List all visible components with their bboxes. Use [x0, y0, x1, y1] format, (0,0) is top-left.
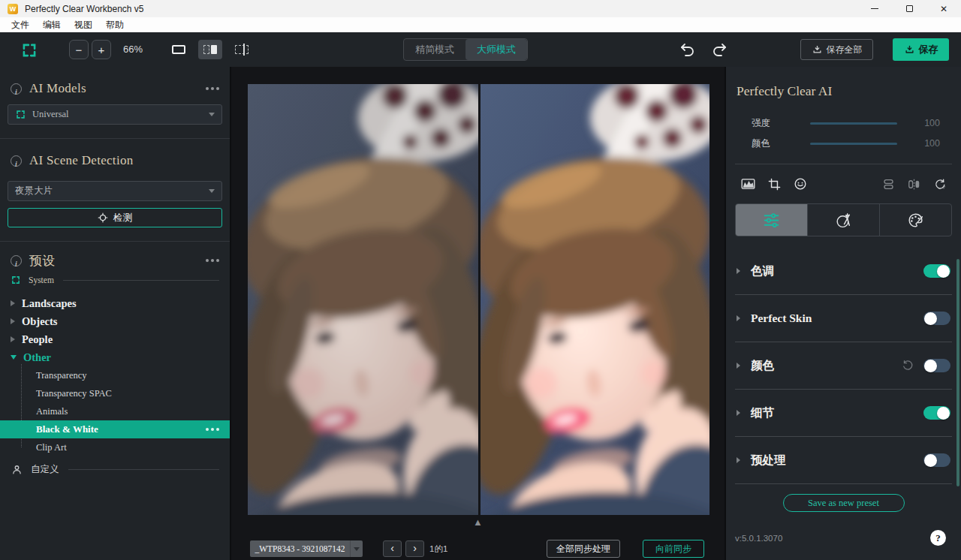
custom-presets-row[interactable]: 自定义 — [0, 459, 230, 479]
expand-arrow-icon[interactable] — [737, 363, 740, 369]
detect-label: 检测 — [113, 212, 132, 224]
divider — [0, 241, 230, 242]
tree-group-landscapes[interactable]: Landscapes — [0, 294, 230, 312]
next-image-button[interactable]: › — [405, 540, 424, 557]
preset-item-transparency[interactable]: Transparency — [0, 366, 230, 384]
preset-item-label: Black & White — [36, 423, 98, 435]
section-label: 细节 — [751, 405, 774, 421]
redo-button[interactable] — [711, 41, 729, 59]
perfect-skin-toggle[interactable] — [923, 312, 950, 325]
scrollbar[interactable] — [956, 259, 959, 486]
download-icon — [812, 44, 823, 56]
undo-button[interactable] — [678, 41, 696, 59]
help-button[interactable]: ? — [930, 530, 946, 546]
single-view-icon — [172, 45, 185, 54]
rotate-icon[interactable] — [932, 177, 947, 191]
expand-arrow-icon[interactable] — [737, 268, 740, 274]
expand-arrow-icon[interactable] — [11, 336, 15, 342]
section-color: 颜色 — [735, 342, 952, 390]
view-slider-button[interactable] — [230, 40, 254, 59]
mode-master[interactable]: 大师模式 — [465, 39, 527, 60]
preset-item-clip-art[interactable]: Clip Art — [0, 438, 230, 456]
menu-help[interactable]: 帮助 — [99, 19, 131, 32]
maximize-button[interactable] — [892, 0, 926, 17]
strength-slider-row: 强度 100 — [735, 115, 952, 131]
section-label: 色调 — [751, 263, 774, 279]
tree-group-objects[interactable]: Objects — [0, 312, 230, 330]
strength-value: 100 — [924, 118, 940, 128]
left-sidebar: AI Models Universal AI Scene Detection 夜… — [0, 67, 231, 560]
expand-arrow-icon[interactable] — [11, 300, 15, 306]
expand-arrow-icon[interactable] — [737, 410, 740, 416]
view-single-button[interactable] — [167, 40, 191, 59]
histogram-icon[interactable] — [740, 176, 756, 191]
zoom-out-button[interactable]: − — [69, 40, 89, 59]
file-name: _WTP8343 - 3921087142 — [250, 544, 350, 553]
preset-item-animals[interactable]: Animals — [0, 402, 230, 420]
more-menu-icon[interactable] — [206, 87, 219, 90]
file-select[interactable]: _WTP8343 - 3921087142 — [250, 540, 363, 557]
minimize-button[interactable] — [857, 0, 892, 17]
tone-toggle[interactable] — [923, 264, 950, 278]
panel-title: Perfectly Clear AI — [735, 83, 952, 101]
detect-button[interactable]: 检测 — [8, 208, 222, 227]
download-icon — [904, 44, 915, 56]
page-indicator: 1的1 — [429, 543, 447, 555]
expand-arrow-icon[interactable] — [737, 457, 740, 463]
save-as-new-preset-button[interactable]: Save as new preset — [783, 494, 905, 512]
tree-group-label: Landscapes — [22, 297, 77, 310]
panel-footer: v:5.0.1.3070 ? — [735, 530, 952, 546]
info-icon[interactable] — [11, 83, 22, 95]
ai-scene-select[interactable]: 夜景大片 — [8, 181, 222, 201]
save-button[interactable]: 保存 — [893, 38, 949, 61]
photo-after[interactable] — [480, 84, 709, 515]
divider — [63, 280, 219, 281]
close-icon: ✕ — [940, 5, 947, 14]
details-toggle[interactable] — [923, 406, 950, 420]
color-slider[interactable] — [810, 143, 897, 145]
section-tone: 色调 — [735, 248, 952, 295]
expand-arrow-icon[interactable] — [737, 315, 740, 321]
strength-slider[interactable] — [810, 122, 897, 125]
menu-edit[interactable]: 编辑 — [36, 19, 68, 32]
info-icon[interactable] — [11, 255, 22, 266]
filmstrip-expander[interactable]: ▲ — [231, 517, 725, 528]
sync-forward-button[interactable]: 向前同步 — [643, 540, 704, 558]
preset-item-transparency-spac[interactable]: Transparency SPAC — [0, 384, 230, 402]
section-details: 细节 — [735, 390, 952, 437]
menu-view[interactable]: 视图 — [68, 19, 99, 32]
preprocess-toggle[interactable] — [923, 453, 950, 467]
tree-group-label: People — [22, 333, 53, 346]
color-toggle[interactable] — [923, 359, 950, 372]
menu-file[interactable]: 文件 — [5, 19, 36, 32]
section-label: Perfect Skin — [751, 312, 812, 325]
face-smiley-icon[interactable] — [793, 176, 808, 191]
system-presets-row[interactable]: System — [0, 272, 230, 288]
crop-icon[interactable] — [767, 177, 782, 191]
mode-simple[interactable]: 精简模式 — [404, 39, 465, 60]
info-icon[interactable] — [11, 155, 22, 167]
presets-header: 预设 — [0, 251, 230, 270]
close-button[interactable]: ✕ — [926, 0, 961, 17]
tab-looks[interactable] — [879, 204, 951, 236]
flip-horizontal-icon[interactable] — [907, 177, 921, 191]
tab-adjustments[interactable] — [736, 204, 807, 236]
preset-item-black-and-white[interactable]: Black & White — [0, 420, 230, 438]
photo-before[interactable] — [248, 84, 478, 515]
zoom-in-button[interactable]: + — [92, 40, 111, 59]
ai-model-select[interactable]: Universal — [8, 104, 222, 125]
tree-group-other[interactable]: Other — [0, 348, 230, 366]
tab-face-retouch[interactable] — [807, 204, 879, 236]
image-canvas: ▲ _WTP8343 - 3921087142 ‹ › 1的1 全部同步处理 向… — [231, 67, 725, 560]
more-menu-icon[interactable] — [206, 428, 219, 431]
reset-icon[interactable] — [901, 359, 914, 372]
more-menu-icon[interactable] — [206, 259, 219, 262]
previous-image-button[interactable]: ‹ — [383, 540, 402, 557]
tree-group-people[interactable]: People — [0, 330, 230, 348]
view-split-button[interactable] — [198, 40, 222, 59]
collapse-arrow-icon[interactable] — [11, 355, 17, 360]
flip-vertical-icon[interactable] — [881, 177, 896, 191]
expand-arrow-icon[interactable] — [11, 318, 15, 324]
sync-all-button[interactable]: 全部同步处理 — [547, 540, 620, 558]
save-all-button[interactable]: 保存全部 — [800, 39, 873, 60]
